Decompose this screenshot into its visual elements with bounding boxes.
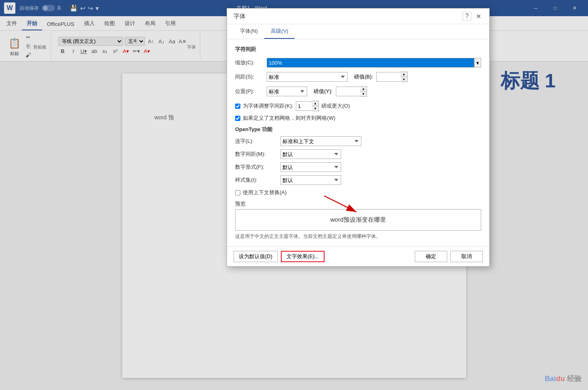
dialog-body: 字符间距 缩放(C): ▾ 间距(S): 标准 磅值(B): ▲ ▼ <box>227 39 489 246</box>
kerning-spinner-buttons: ▲ ▼ <box>312 101 319 111</box>
num-form-label: 数字形式(F): <box>235 163 276 171</box>
scale-dropdown[interactable]: ▾ <box>474 58 481 68</box>
position-磅值-spinner-buttons: ▲ ▼ <box>360 86 367 97</box>
position-select[interactable]: 标准 <box>267 87 307 96</box>
preview-note: 这是用于中文的正文主题字体。当前文档主题定义将使用哪种字体。 <box>235 233 481 240</box>
styleset-select[interactable]: 默认 <box>280 175 341 185</box>
font-dialog: 字体 ? ✕ 字体(N) 高级(V) 字符间距 缩放(C): ▾ 间距(S): … <box>227 8 490 267</box>
position-label: 位置(P): <box>235 88 263 95</box>
kerning-label: 为字体调整字间距(K): <box>243 102 293 110</box>
dialog-titlebar: 字体 ? ✕ <box>227 8 489 24</box>
ligature-label: 连字(L): <box>235 138 276 145</box>
opentype-grid: 连字(L): 标准和上下文 数字间距(M): 默认 数字形式(F): 默认 样式… <box>235 136 481 185</box>
num-spacing-label: 数字间距(M): <box>235 150 276 158</box>
set-default-button[interactable]: 设为默认值(D) <box>234 251 278 262</box>
ok-button[interactable]: 确定 <box>415 251 447 262</box>
styleset-label: 样式集(I): <box>235 176 276 184</box>
grid-align-checkbox[interactable] <box>235 116 240 121</box>
spacing-磅值-input[interactable] <box>376 72 401 82</box>
preview-section: 预览 word预设渐变在哪里 这是用于中文的正文主题字体。当前文档主题定义将使用… <box>235 200 481 240</box>
position-磅值-input[interactable] <box>336 87 360 96</box>
kerning-row: 为字体调整字间距(K): ▲ ▼ 磅或更大(O) <box>235 101 481 111</box>
kerning-up-button[interactable]: ▲ <box>312 101 318 106</box>
num-spacing-select[interactable]: 默认 <box>280 149 341 159</box>
tab-advanced[interactable]: 高级(V) <box>264 24 295 39</box>
cancel-button[interactable]: 取消 <box>450 251 483 262</box>
dialog-title: 字体 <box>234 13 463 20</box>
spacing-磅值-spinner: ▲ ▼ <box>376 72 408 82</box>
kerning-down-button[interactable]: ▼ <box>312 106 318 111</box>
dialog-close-button[interactable]: ✕ <box>474 12 483 21</box>
spacing-up-button[interactable]: ▲ <box>401 72 407 77</box>
kerning-spinner: ▲ ▼ <box>296 101 319 111</box>
contextual-alt-label: 使用上下文替换(A) <box>243 189 287 196</box>
tab-font[interactable]: 字体(N) <box>234 24 264 39</box>
contextual-alt-row: 使用上下文替换(A) <box>235 189 481 196</box>
scale-input[interactable] <box>267 58 474 68</box>
num-form-select[interactable]: 默认 <box>280 162 341 172</box>
spacing-row: 间距(S): 标准 磅值(B): ▲ ▼ <box>235 72 481 82</box>
spacing-磅值-label: 磅值(B): <box>354 73 373 81</box>
preview-label: 预览 <box>235 200 481 208</box>
grid-align-label: 如果定义了文档网格，则对齐到网格(W) <box>243 114 335 122</box>
text-effects-button[interactable]: 文字效果(E)... <box>281 251 325 262</box>
opentype-section-title: OpenType 功能 <box>235 126 481 133</box>
dialog-footer: 设为默认值(D) 文字效果(E)... 确定 取消 <box>227 246 489 266</box>
kerning-checkbox[interactable] <box>235 104 240 109</box>
position-磅值-spinner: ▲ ▼ <box>336 86 367 97</box>
spacing-down-button[interactable]: ▼ <box>401 77 407 82</box>
kerning-suffix: 磅或更大(O) <box>321 102 350 110</box>
position-up-button[interactable]: ▲ <box>360 87 367 91</box>
preview-box: word预设渐变在哪里 <box>235 209 481 231</box>
spacing-select[interactable]: 标准 <box>267 72 348 82</box>
ligature-select[interactable]: 标准和上下文 <box>280 136 361 146</box>
grid-align-row: 如果定义了文档网格，则对齐到网格(W) <box>235 114 481 122</box>
dialog-help-button[interactable]: ? <box>463 12 471 21</box>
scale-label: 缩放(C): <box>235 59 263 66</box>
spacing-label: 间距(S): <box>235 73 263 81</box>
dialog-tabs: 字体(N) 高级(V) <box>227 24 489 39</box>
kerning-input[interactable] <box>296 101 312 111</box>
section-spacing-title: 字符间距 <box>235 46 481 53</box>
scale-row: 缩放(C): ▾ <box>235 58 481 68</box>
position-row: 位置(P): 标准 磅值(Y): ▲ ▼ <box>235 86 481 97</box>
position-down-button[interactable]: ▼ <box>360 91 367 96</box>
position-磅值-label: 磅值(Y): <box>314 88 333 95</box>
contextual-alt-checkbox[interactable] <box>235 190 240 195</box>
spacing-磅值-spinner-buttons: ▲ ▼ <box>401 72 408 82</box>
